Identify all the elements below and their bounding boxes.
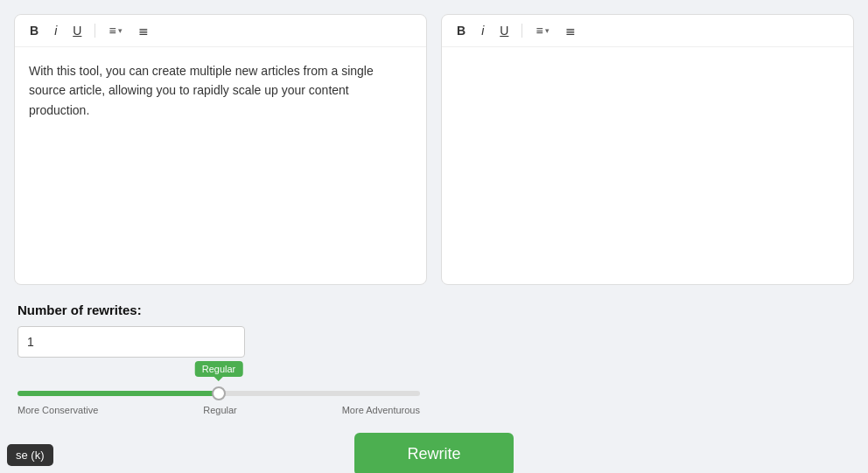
left-bullet-list-button[interactable]: ≡ ▾ <box>104 22 126 39</box>
left-ordered-list-button[interactable]: ≣ <box>134 22 153 39</box>
slider-container: Regular <box>18 384 420 400</box>
adventurousness-slider[interactable] <box>18 391 420 396</box>
keyboard-shortcut-tooltip: se (k) <box>7 444 53 466</box>
controls-section: Number of rewrites: Regular More Conserv… <box>14 303 854 415</box>
slider-label-right: More Adventurous <box>342 405 420 415</box>
slider-labels: More Conservative Regular More Adventuro… <box>18 405 420 415</box>
slider-label-center: Regular <box>203 405 237 415</box>
left-editor: B i U ≡ ▾ ≣ With this tool, you can crea… <box>14 14 427 285</box>
right-italic-button[interactable]: i <box>477 22 488 39</box>
right-bold-button[interactable]: B <box>452 22 470 39</box>
slider-wrapper: Regular <box>18 384 850 400</box>
main-container: B i U ≡ ▾ ≣ With this tool, you can crea… <box>14 14 854 473</box>
right-toolbar-divider <box>522 24 522 38</box>
rewrites-number-input[interactable] <box>18 326 245 358</box>
number-input-row <box>18 326 850 358</box>
left-underline-button[interactable]: U <box>68 22 86 39</box>
left-bold-button[interactable]: B <box>25 22 43 39</box>
rewrite-button[interactable]: Rewrite <box>354 433 513 473</box>
left-editor-text: With this tool, you can create multiple … <box>29 64 374 117</box>
left-editor-content[interactable]: With this tool, you can create multiple … <box>15 47 426 284</box>
rewrites-label: Number of rewrites: <box>18 303 850 317</box>
rewrite-btn-row: Rewrite <box>14 433 854 473</box>
left-toolbar-divider <box>94 24 95 38</box>
right-ordered-list-button[interactable]: ≣ <box>561 22 580 39</box>
slider-tooltip: Regular <box>195 361 243 377</box>
right-underline-button[interactable]: U <box>495 22 513 39</box>
right-bullet-list-chevron-icon: ▾ <box>545 26 550 35</box>
right-editor-content[interactable] <box>442 47 853 284</box>
slider-label-left: More Conservative <box>18 405 98 415</box>
right-toolbar: B i U ≡ ▾ ≣ <box>442 15 853 47</box>
left-italic-button[interactable]: i <box>50 22 61 39</box>
bullet-list-chevron-icon: ▾ <box>118 26 122 35</box>
right-bullet-list-button[interactable]: ≡ ▾ <box>531 22 553 39</box>
left-toolbar: B i U ≡ ▾ ≣ <box>15 15 426 47</box>
right-editor: B i U ≡ ▾ ≣ <box>441 14 854 285</box>
editors-row: B i U ≡ ▾ ≣ With this tool, you can crea… <box>14 14 854 285</box>
